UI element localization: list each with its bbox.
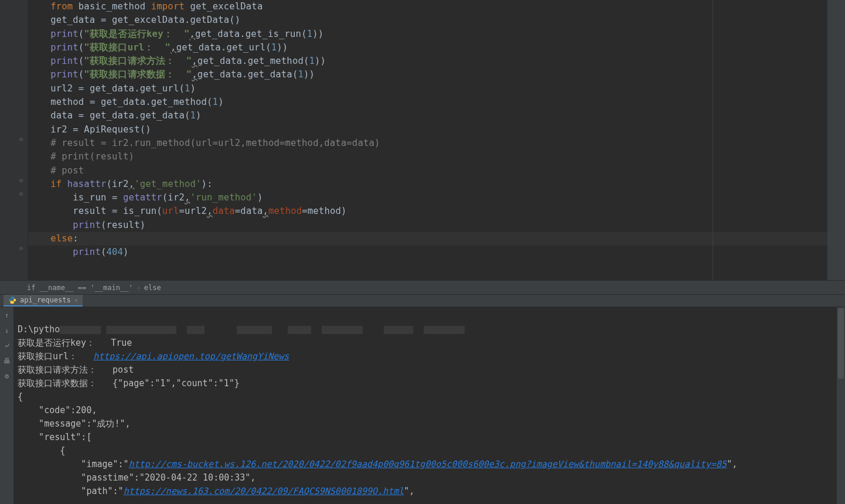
code-line[interactable]: print(result): [28, 219, 845, 232]
code-line[interactable]: print("获取接口url： ",get_data.get_url(1)): [28, 41, 845, 55]
console-scrollbar[interactable]: [837, 307, 845, 504]
soft-wrap-icon[interactable]: ⤶: [2, 341, 12, 350]
breadcrumb: if __name__ == '__main__' › else: [0, 280, 845, 294]
chevron-right-icon: ›: [137, 284, 141, 292]
output-line: 获取接口请求数据： {"page":"1","count":"1"}: [18, 378, 240, 389]
console-link[interactable]: https://news.163.com/20/0422/09/FAQCS9NS…: [124, 486, 404, 496]
output-line: "result":[: [18, 432, 91, 442]
code-line-current[interactable]: else:: [28, 232, 845, 246]
scroll-down-icon[interactable]: ↓: [2, 326, 12, 335]
code-line[interactable]: print("获取接口请求数据： ",get_data.get_data(1)): [28, 68, 845, 81]
code-line[interactable]: ir2 = ApiRequest(): [28, 123, 845, 137]
code-line[interactable]: result = is_run(url=url2,data=data,metho…: [28, 205, 845, 218]
code-line[interactable]: from basic_method import get_excelData: [28, 0, 845, 13]
output-line: 获取接口url： https://api.apiopen.top/getWang…: [18, 351, 289, 362]
editor-gutter[interactable]: ⊖ ⊖ ⊖ ⊖: [0, 0, 28, 280]
console-link[interactable]: https://api.apiopen.top/getWangYiNews: [93, 351, 289, 362]
code-line[interactable]: # result = ir2.run_method(url=url2,metho…: [28, 137, 845, 150]
code-line[interactable]: # post: [28, 164, 845, 178]
console-output[interactable]: D:\pytho 获取是否运行key： True 获取接口url： https:…: [14, 307, 845, 504]
run-tab[interactable]: api_requests ×: [4, 295, 83, 307]
output-line: {: [18, 445, 65, 456]
code-content[interactable]: from basic_method import get_excelData g…: [28, 0, 845, 280]
code-line[interactable]: url2 = get_data.get_url(1): [28, 82, 845, 96]
console-link[interactable]: http://cms-bucket.ws.126.net/2020/0422/0…: [129, 459, 727, 469]
run-tab-label: api_requests: [20, 296, 71, 304]
fold-icon[interactable]: ⊖: [19, 245, 25, 251]
output-line: 获取是否运行key： True: [18, 338, 132, 348]
output-line: "code":200,: [18, 405, 97, 416]
breadcrumb-item[interactable]: else: [141, 284, 165, 292]
breadcrumb-item[interactable]: if __name__ == '__main__': [23, 284, 137, 292]
code-line[interactable]: get_data = get_excelData.getData(): [28, 13, 845, 27]
output-line: "path":"https://news.163.com/20/0422/09/…: [18, 486, 414, 496]
scrollbar-thumb[interactable]: [838, 308, 844, 379]
print-icon[interactable]: 🖶: [2, 356, 12, 366]
fold-icon[interactable]: ⊖: [19, 136, 25, 142]
code-line[interactable]: print("获取是否运行key： ",get_data.get_is_run(…: [28, 28, 845, 41]
output-line: D:\pytho: [18, 324, 465, 335]
run-console-pane: ↑ ↓ ⤶ 🖶 ⚙ D:\pytho 获取是否运行key： True 获取接口u…: [0, 307, 845, 504]
code-line[interactable]: data = get_data.get_data(1): [28, 109, 845, 122]
python-icon: [8, 296, 16, 304]
fold-icon[interactable]: ⊖: [19, 177, 25, 183]
console-toolbar: ↑ ↓ ⤶ 🖶 ⚙: [0, 307, 14, 504]
code-line[interactable]: method = get_data.get_method(1): [28, 96, 845, 109]
scroll-up-icon[interactable]: ↑: [2, 311, 12, 320]
code-line[interactable]: print("获取接口请求方法： ",get_data.get_method(1…: [28, 55, 845, 68]
close-icon[interactable]: ×: [74, 297, 79, 304]
code-line[interactable]: print(404): [28, 246, 845, 259]
code-editor-pane: ⊖ ⊖ ⊖ ⊖ from basic_method import get_exc…: [0, 0, 845, 280]
output-line: 获取接口请求方法： post: [18, 365, 134, 375]
output-line: "message":"成功!",: [18, 418, 131, 429]
output-line: "passtime":"2020-04-22 10:00:33",: [18, 472, 255, 483]
code-line[interactable]: is_run = getattr(ir2,'run_method'): [28, 191, 845, 205]
code-line[interactable]: if hasattr(ir2,'get_method'):: [28, 178, 845, 191]
output-line: {: [18, 391, 23, 402]
run-tab-bar: api_requests ×: [0, 294, 845, 307]
right-margin-guide: [713, 0, 713, 280]
fold-icon[interactable]: ⊖: [19, 190, 25, 196]
gear-icon[interactable]: ⚙: [2, 372, 12, 381]
editor-right-track: [827, 0, 845, 280]
output-line: "image":"http://cms-bucket.ws.126.net/20…: [18, 459, 737, 469]
code-line[interactable]: # print(result): [28, 150, 845, 164]
